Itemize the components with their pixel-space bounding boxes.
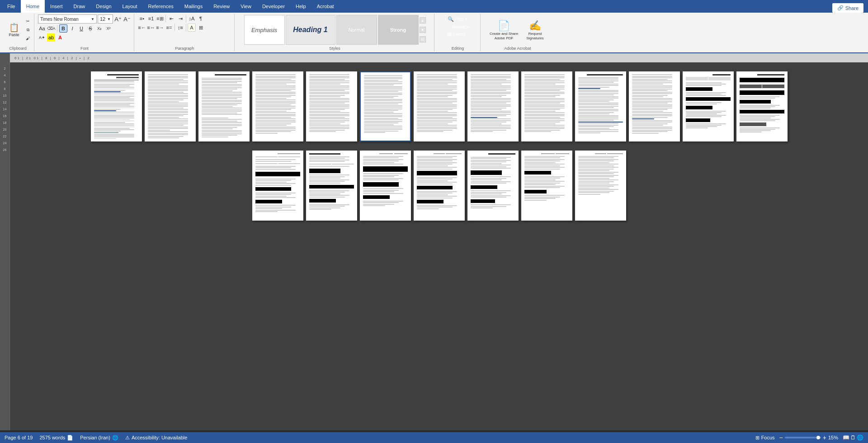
document-area[interactable]	[10, 62, 868, 430]
main-area: 2 4 6 8 10 12 14 16 18 20 22 24 26	[0, 62, 868, 430]
style-normal[interactable]: Normal	[336, 15, 377, 45]
align-right-button[interactable]: ≡→	[156, 24, 164, 32]
paste-icon: 📋	[9, 24, 19, 32]
text-effects-button[interactable]: A✦	[38, 33, 46, 42]
doc-page-17[interactable]	[414, 151, 465, 221]
request-signatures-button[interactable]: ✍ RequestSignatures	[523, 16, 547, 45]
horizontal-ruler: 61 | 21 01 | 8 | 6 | 4 | 2 | • | 2	[10, 53, 868, 62]
tab-mailings[interactable]: Mailings	[179, 0, 208, 13]
doc-page-6[interactable]	[360, 71, 411, 141]
font-name-dropdown[interactable]: Times New Roman ▼	[38, 14, 97, 24]
doc-page-13[interactable]	[736, 71, 788, 141]
align-center-button[interactable]: ≡↔	[147, 24, 155, 32]
tab-home[interactable]: Home	[21, 0, 45, 13]
subscript-button[interactable]: X₂	[95, 24, 104, 33]
tab-file[interactable]: File	[2, 0, 21, 13]
tab-help[interactable]: Help	[290, 0, 311, 13]
decrease-indent-button[interactable]: ⇤	[167, 14, 175, 23]
styles-scroll-up[interactable]: ▲	[420, 17, 426, 24]
page-info: Page 6 of 19	[5, 435, 33, 440]
read-mode-button[interactable]: 📖	[843, 434, 849, 441]
decrease-font-button[interactable]: A⁻	[123, 15, 131, 23]
pdf-icon: 📄	[498, 20, 510, 32]
select-button[interactable]: ▦ Select ˅	[447, 31, 469, 37]
tab-design[interactable]: Design	[90, 0, 117, 13]
ribbon: 📋 Paste ✂ ⧉ 🖌 Clipboard Times New Roman …	[0, 13, 868, 53]
superscript-button[interactable]: X²	[104, 24, 113, 33]
styles-scroll[interactable]: ▲ ▼ ⊟	[420, 16, 426, 43]
find-button[interactable]: 🔍 Find ▼	[448, 16, 468, 22]
increase-font-button[interactable]: A⁺	[114, 15, 122, 23]
doc-page-5[interactable]	[306, 71, 357, 141]
zoom-level[interactable]: 15%	[828, 435, 838, 440]
tab-layout[interactable]: Layout	[117, 0, 143, 13]
tab-insert[interactable]: Insert	[45, 0, 68, 13]
doc-page-20[interactable]	[575, 151, 626, 221]
line-spacing-button[interactable]: ↕≡	[176, 24, 184, 32]
share-button[interactable]: 🔗 Share	[832, 3, 863, 13]
numbering-button[interactable]: ≡1	[147, 14, 155, 23]
shading-button[interactable]: A	[188, 24, 196, 32]
multilevel-button[interactable]: ≡⊞	[156, 14, 164, 23]
tab-review[interactable]: Review	[208, 0, 235, 13]
bold-button[interactable]: B	[59, 24, 67, 33]
doc-page-12[interactable]	[683, 71, 734, 141]
doc-page-15[interactable]	[306, 151, 357, 221]
styles-scroll-down[interactable]: ▼	[420, 27, 426, 33]
borders-button[interactable]: ⊞	[197, 24, 205, 32]
change-case-button[interactable]: Aa	[38, 24, 46, 33]
paragraph-group: ≡• ≡1 ≡⊞ ⇤ ⇥ ↕A ¶ ≡← ≡↔ ≡→ ≡= ↕≡ A ⊞	[135, 14, 235, 52]
doc-page-4[interactable]	[252, 71, 303, 141]
underline-button[interactable]: U	[77, 24, 85, 33]
font-size-dropdown[interactable]: 12 ▼	[98, 14, 113, 24]
zoom-slider[interactable]	[785, 437, 821, 438]
replace-button[interactable]: ↔ Replace	[447, 24, 469, 29]
styles-expand[interactable]: ⊟	[420, 36, 426, 42]
tab-references[interactable]: References	[143, 0, 179, 13]
style-heading1[interactable]: Heading 1	[286, 15, 335, 45]
accessibility-info: ⚠ Accessibility: Unavailable	[125, 435, 188, 441]
zoom-out-button[interactable]: −	[779, 434, 783, 441]
focus-button[interactable]: ⊞ Focus	[755, 435, 775, 441]
doc-page-1[interactable]	[91, 71, 142, 141]
style-strong[interactable]: Strong	[378, 15, 419, 45]
clear-format-button[interactable]: ⌫A	[47, 24, 55, 33]
align-left-button[interactable]: ≡←	[138, 24, 146, 32]
paste-button[interactable]: 📋 Paste	[5, 15, 24, 45]
cut-button[interactable]: ✂	[24, 17, 31, 25]
justify-button[interactable]: ≡=	[165, 24, 173, 32]
increase-indent-button[interactable]: ⇥	[176, 14, 184, 23]
copy-button[interactable]: ⧉	[24, 26, 31, 34]
doc-page-7[interactable]	[414, 71, 465, 141]
italic-button[interactable]: I	[68, 24, 76, 33]
language-info: Persian (Iran) 🌐	[80, 435, 118, 441]
doc-page-14[interactable]	[252, 151, 303, 221]
strikethrough-button[interactable]: S	[86, 24, 94, 33]
doc-page-9[interactable]	[521, 71, 572, 141]
zoom-in-button[interactable]: +	[823, 434, 826, 441]
doc-page-3[interactable]	[198, 71, 250, 141]
doc-page-18[interactable]	[467, 151, 519, 221]
create-share-pdf-button[interactable]: 📄 Create and ShareAdobe PDF	[488, 16, 520, 45]
text-highlight-button[interactable]: ab	[47, 33, 55, 42]
doc-page-8[interactable]	[467, 71, 519, 141]
doc-page-11[interactable]	[629, 71, 680, 141]
tab-view[interactable]: View	[235, 0, 257, 13]
tab-draw[interactable]: Draw	[68, 0, 91, 13]
ruler-corner	[0, 53, 10, 62]
font-color-button[interactable]: A	[56, 33, 64, 42]
format-painter-button[interactable]: 🖌	[24, 34, 31, 42]
doc-page-16[interactable]	[360, 151, 411, 221]
bullets-button[interactable]: ≡•	[138, 14, 146, 23]
show-marks-button[interactable]: ¶	[197, 14, 205, 23]
tab-developer[interactable]: Developer	[257, 0, 290, 13]
print-layout-button[interactable]: 🗒	[850, 434, 856, 441]
doc-page-2[interactable]	[145, 71, 196, 141]
doc-page-10[interactable]	[575, 71, 626, 141]
doc-page-19[interactable]	[521, 151, 572, 221]
web-layout-button[interactable]: 🌐	[857, 434, 863, 441]
tab-acrobat[interactable]: Acrobat	[311, 0, 340, 13]
style-emphasis[interactable]: Emphasis	[244, 15, 285, 45]
ribbon-tabs: File Home Insert Draw Design Layout Refe…	[0, 0, 868, 13]
sort-button[interactable]: ↕A	[188, 14, 196, 23]
